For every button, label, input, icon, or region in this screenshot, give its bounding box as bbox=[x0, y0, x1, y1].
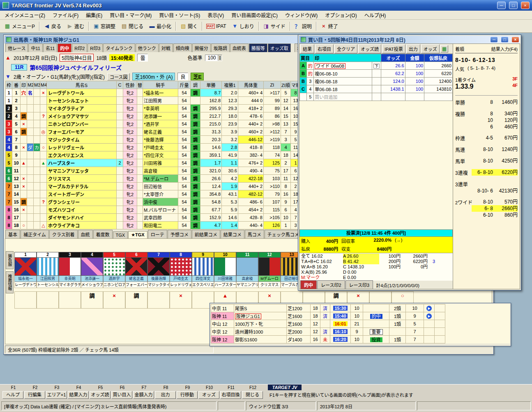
horse-name[interactable]: マーブルカテドラル bbox=[47, 183, 117, 190]
mark-cell[interactable] bbox=[27, 175, 34, 183]
race-list-row[interactable]: 中京 12遠州灘特1000芝200012済16:109重要7 bbox=[211, 328, 510, 336]
mark-cell[interactable] bbox=[27, 190, 34, 198]
mark-cell[interactable]: × bbox=[21, 206, 27, 214]
tab-坂路調[interactable]: 坂路調 bbox=[211, 43, 230, 52]
race-list-row[interactable]: 中山 121000万下・牝芝16001216:01211頭5 bbox=[211, 320, 510, 328]
jockey-name[interactable]: *戸崎圭太 bbox=[143, 144, 178, 151]
bet-amount[interactable]: 100 bbox=[405, 85, 424, 93]
training-flag[interactable]: 調 bbox=[191, 206, 200, 214]
training-flag[interactable]: 調 bbox=[191, 128, 200, 136]
horse-name[interactable]: メイショウアマサツ bbox=[47, 112, 117, 120]
tab-オッズ取[interactable]: オッズ取 bbox=[268, 43, 291, 52]
mark-cell[interactable]: ◎ bbox=[40, 128, 47, 136]
bottom-tab-チェック馬コメ[interactable]: チェック馬コメ bbox=[265, 230, 302, 238]
tab-R印2[interactable]: R印2 bbox=[72, 43, 87, 52]
mark-cell[interactable] bbox=[34, 159, 40, 167]
mark-cell[interactable] bbox=[27, 97, 34, 105]
silk-number[interactable]: 7 bbox=[147, 252, 170, 258]
bottom-tab-補正タイム[interactable]: 補正タイム bbox=[21, 230, 49, 238]
jockey-name[interactable]: 高倉稜 bbox=[143, 167, 178, 175]
mark-row-cell[interactable]: 調 bbox=[81, 291, 103, 309]
mark-cell[interactable]: ▲ bbox=[40, 159, 47, 167]
jockey-name[interactable]: 田辺裕信 bbox=[143, 183, 178, 190]
toolbar-ipat-button[interactable]: PATIPAT bbox=[204, 22, 229, 31]
mark-cell[interactable] bbox=[34, 120, 40, 128]
menu-item[interactable]: ヘルプ(H) bbox=[361, 11, 390, 19]
mark-cell[interactable]: × bbox=[40, 89, 47, 97]
mark-cell[interactable] bbox=[27, 136, 34, 144]
horse-name[interactable]: グランシェリー bbox=[47, 198, 117, 206]
bet-minimize-button[interactable]: ─ bbox=[490, 37, 498, 43]
horse-name[interactable]: マイネグラティア bbox=[47, 105, 117, 112]
menu-item[interactable]: 買い目画面の設定(C) bbox=[228, 11, 281, 19]
silk-horse-name[interactable]: ヤマニンアリ bbox=[236, 282, 258, 288]
menu-item[interactable]: 買い目・ソート(S) bbox=[155, 11, 204, 19]
training-flag[interactable]: 調 bbox=[191, 89, 200, 97]
silk-horse-name[interactable]: マイネグラティ bbox=[59, 282, 81, 288]
bottom-tab-基本[interactable]: 基本 bbox=[5, 230, 20, 238]
horse-name[interactable]: トーセンシルエット bbox=[47, 97, 117, 105]
bottom-tab-予想コメ[interactable]: 予想コメ bbox=[168, 230, 191, 238]
toolbar-close-window-button[interactable]: ▤閉じる bbox=[118, 21, 146, 31]
mark-cell[interactable]: △ bbox=[40, 222, 47, 229]
mark-cell[interactable]: ○ bbox=[21, 222, 27, 229]
toolbar-forward-button[interactable]: ▶進む bbox=[64, 21, 87, 31]
fkey-button-行編集[interactable]: 行編集 bbox=[24, 391, 45, 399]
mark-row-cell[interactable] bbox=[59, 291, 81, 309]
bet-window-titlebar[interactable]: 買い目・5回阪神4日目11R(2013年12月 8日) ─ □ × bbox=[299, 36, 520, 43]
mark-cell[interactable] bbox=[40, 151, 47, 159]
mark-cell[interactable] bbox=[40, 105, 47, 112]
mark-cell[interactable] bbox=[21, 151, 27, 159]
mark-row-cell[interactable] bbox=[37, 291, 59, 309]
jockey-name[interactable]: 江田照男 bbox=[143, 97, 178, 105]
silk-horse-name[interactable]: レーヴデトワ bbox=[14, 282, 37, 288]
menu-item[interactable]: 編集(E) bbox=[82, 11, 106, 19]
bet-toolbar-出力[interactable]: 出力 bbox=[406, 44, 420, 53]
jockey-name[interactable]: 武幸四郎 bbox=[143, 214, 178, 222]
mark-row-cell[interactable] bbox=[14, 291, 37, 309]
tab-血統表[interactable]: 血統表 bbox=[230, 43, 249, 52]
race-list-row[interactable]: 阪神 12御影S1600ダ140016未16:2010投資1頭7 bbox=[211, 336, 510, 343]
mark-cell[interactable] bbox=[34, 214, 40, 222]
mark-cell[interactable]: × bbox=[21, 183, 27, 190]
silk-jockey-name[interactable]: 四位洋文 bbox=[192, 276, 214, 282]
menu-item[interactable]: ファイル(F) bbox=[49, 11, 82, 19]
mark-cell[interactable] bbox=[34, 183, 40, 190]
mark-cell[interactable] bbox=[27, 222, 34, 229]
mark-cell[interactable] bbox=[34, 151, 40, 159]
mark-cell[interactable] bbox=[21, 167, 27, 175]
mark-cell[interactable] bbox=[34, 206, 40, 214]
tab-タイムランク[interactable]: タイムランク bbox=[103, 43, 135, 52]
bet-maximize-button[interactable]: □ bbox=[501, 37, 509, 43]
jockey-name[interactable]: M.バルザローナ bbox=[143, 206, 178, 214]
mark-cell[interactable]: 調 bbox=[21, 198, 27, 206]
result-entry-button[interactable]: 結果入力(F4) bbox=[491, 46, 518, 52]
mark-cell[interactable] bbox=[21, 97, 27, 105]
bet-close-button[interactable]: × bbox=[511, 37, 519, 43]
spinner-arrows-icon[interactable]: ▲▼ bbox=[218, 55, 222, 61]
bottom-tab-ローテ[interactable]: ローテ bbox=[148, 230, 167, 238]
silk-number[interactable]: 5 bbox=[103, 252, 125, 258]
silk-jockey-name[interactable]: 川田将雅 bbox=[214, 276, 236, 282]
horse-name[interactable]: マジックタイム bbox=[47, 136, 117, 144]
jockey-name[interactable]: 浜中俊 bbox=[143, 198, 178, 206]
silk-horse-name[interactable]: レッドリヴェ bbox=[170, 282, 192, 288]
fkey-button-オッズ読[interactable]: オッズ読 bbox=[90, 391, 111, 399]
silk-number[interactable]: 9 bbox=[192, 252, 214, 258]
training-flag[interactable]: 調 bbox=[191, 190, 200, 198]
silk-number[interactable]: 8 bbox=[170, 252, 192, 258]
mark-cell[interactable] bbox=[40, 136, 47, 144]
bet-kaime[interactable]: ワイド 06w08 bbox=[314, 62, 372, 70]
mark-cell[interactable]: 調 bbox=[21, 128, 27, 136]
horse-name[interactable]: ダイヤモンドハイ bbox=[47, 214, 117, 222]
fkey-button-買い目入[interactable]: 買い目入 bbox=[111, 391, 132, 399]
mark-cell[interactable] bbox=[27, 151, 34, 159]
mark-cell[interactable]: ダ bbox=[27, 144, 34, 151]
race-name-cell[interactable]: 遠州灘特1000 bbox=[234, 328, 287, 336]
fkey-button-結果入力[interactable]: 結果入力 bbox=[68, 391, 89, 399]
silk-horse-name[interactable]: エクスペリエ bbox=[192, 282, 214, 288]
bet-toolbar-結果[interactable]: 結果 bbox=[300, 44, 314, 53]
color-base-spinner[interactable]: 100 ▲▼ bbox=[205, 55, 223, 61]
bet-kaime[interactable]: 複06-08-10 bbox=[314, 70, 372, 78]
training-flag[interactable]: 調 bbox=[191, 136, 200, 144]
